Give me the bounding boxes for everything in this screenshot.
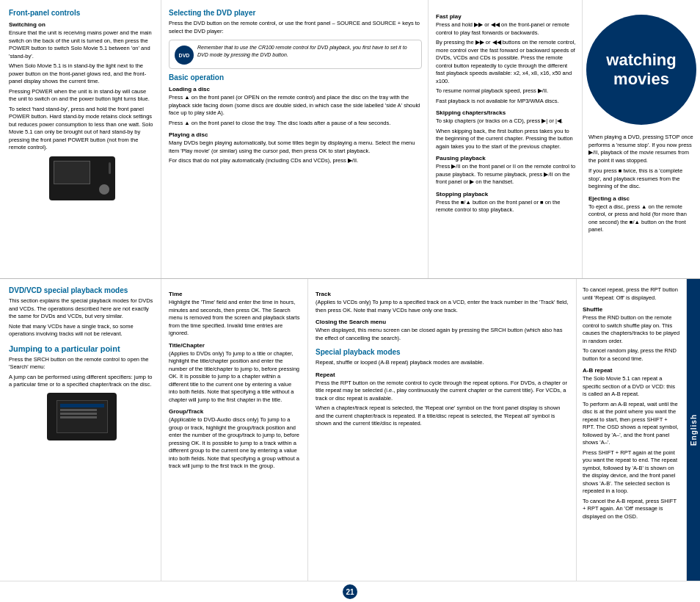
ab-repeat-body3: Press SHIFT + RPT again at the point you…: [583, 449, 680, 496]
shuffle-body1: Press the RND button on the remote contr…: [583, 314, 680, 345]
playing-disc-title: Playing a disc: [169, 131, 422, 138]
group-track-body: (Applicable to DVD-Audio discs only) To …: [169, 416, 302, 471]
special-modes-section: Track (Applies to VCDs only) To jump to …: [308, 279, 577, 581]
playing-disc-body1: Many DVDs begin playing automatically, b…: [169, 139, 422, 155]
dvd-vcd-title: DVD/VCD special playback modes: [9, 286, 155, 294]
loading-disc-body2: Press ▲ on the front panel to close the …: [169, 120, 422, 128]
ab-repeat-body2: To perform an A-B repeat, wait until the…: [583, 401, 680, 447]
ejecting-title: Ejecting a disc: [588, 195, 694, 202]
dvd-vcd-intro: This section explains the special playba…: [9, 297, 155, 321]
english-sidebar: English: [687, 279, 700, 581]
shuffle-body2: To cancel random play, press the RND but…: [583, 347, 680, 363]
track-body: (Applies to VCDs only) To jump to a spec…: [316, 299, 570, 314]
fast-play-body3: To resume normal playback speed, press ▶…: [436, 87, 576, 95]
title-chapter-title: Title/Chapter: [169, 342, 302, 349]
jumping-title: Jumping to a particular point: [9, 344, 155, 353]
top-section: Front-panel controls Switching on Ensure…: [0, 0, 700, 279]
skipping-body2: When skipping back, the first button pre…: [436, 128, 576, 151]
dvd-icon: DVD: [175, 46, 194, 65]
dvd-note-box: DVD Remember that to use the CR100 remot…: [169, 40, 422, 69]
stopping-title: Stopping playback: [436, 191, 576, 197]
selecting-dvd-title: Selecting the DVD player: [169, 9, 422, 17]
device-image: [49, 156, 115, 200]
dvd-vcd-section: DVD/VCD special playback modes This sect…: [0, 279, 161, 581]
repeat-body1: Press the RPT button on the remote contr…: [316, 380, 570, 403]
bottom-section: DVD/VCD special playback modes This sect…: [0, 279, 700, 581]
switching-on-title: Switching on: [9, 21, 155, 28]
resume-section: When playing a DVD, pressing STOP once p…: [588, 134, 694, 236]
stopping-body: Press the ■/▲ button on the front panel …: [436, 199, 576, 214]
jumping-body1: Press the SRCH button on the remote cont…: [9, 356, 155, 371]
ab-repeat-section: To cancel repeat, press the RPT button u…: [577, 279, 687, 581]
group-track-title: Group/Track: [169, 408, 302, 415]
skipping-title: Skipping chapters/tracks: [436, 109, 576, 116]
switching-on-body4: To select 'hard stand-by', press and hol…: [9, 106, 155, 152]
ab-repeat-title: A-B repeat: [583, 367, 680, 374]
ab-repeat-body4: To cancel the A-B repeat, press SHIFT + …: [583, 498, 680, 521]
repeat-body2: When a chapter/track repeat is selected,…: [316, 405, 570, 428]
search-menu-image: [47, 393, 117, 440]
jumping-body2: A jump can be performed using different …: [9, 374, 155, 389]
basic-operation-title: Basic operation: [169, 73, 422, 81]
page-number: 21: [343, 584, 357, 599]
loading-disc-title: Loading a disc: [169, 86, 422, 93]
playback-controls-section: Fast play Press and hold ▶▶ or ◀◀ on the…: [429, 0, 583, 278]
fast-play-title: Fast play: [436, 13, 576, 20]
page-number-bar: 21: [0, 581, 700, 602]
playing-disc-body2: For discs that do not play automatically…: [169, 157, 422, 165]
track-title: Track: [316, 291, 570, 297]
ejecting-body: To eject a disc, press ▲ on the remote c…: [588, 203, 694, 234]
time-body: Highlight the 'Time' field and enter the…: [169, 299, 302, 338]
front-panel-title: Front-panel controls: [9, 9, 155, 17]
pausing-body: Press ▶/II on the front panel or II on t…: [436, 163, 576, 186]
dvd-vcd-track-note: Note that many VCDs have a single track,…: [9, 323, 155, 338]
resume-body1: When playing a DVD, pressing STOP once p…: [588, 134, 694, 164]
fast-play-body4: Fast playback is not available for MP3/W…: [436, 98, 576, 106]
watching-movies-title-line1: watching: [606, 51, 676, 70]
ab-repeat-body1: The Solo Movie 5.1 can repeat a specific…: [583, 375, 680, 399]
special-modes-body: Repeat, shuffle or looped (A-B repeat) p…: [316, 359, 570, 367]
fast-play-body1: Press and hold ▶▶ or ◀◀ on the front-pan…: [436, 21, 576, 37]
watching-movies-title-line2: movies: [613, 70, 669, 89]
closing-body: When displayed, this menu screen can be …: [316, 327, 570, 342]
watching-movies-box: watching movies: [586, 15, 696, 125]
repeat-title: Repeat: [316, 371, 570, 378]
front-panel-controls: Front-panel controls Switching on Ensure…: [0, 0, 161, 278]
resume-body2: If you press ■ twice, this is a 'complet…: [588, 167, 694, 191]
skipping-body1: To skip chapters (or tracks on a CD), pr…: [436, 117, 576, 126]
shuffle-title: Shuffle: [583, 306, 680, 313]
switching-on-body3: Pressing POWER when the unit is in stand…: [9, 88, 155, 104]
dvd-note-text: Remember that to use the CR100 remote co…: [197, 44, 416, 59]
selecting-dvd-intro: Press the DVD button on the remote contr…: [169, 20, 422, 35]
fast-play-body2: By pressing the ▶▶ or ◀◀ buttons on the …: [436, 39, 576, 85]
page: Front-panel controls Switching on Ensure…: [0, 0, 700, 602]
pausing-title: Pausing playback: [436, 155, 576, 162]
selecting-dvd-section: Selecting the DVD player Press the DVD b…: [161, 0, 429, 278]
switching-on-body2: When Solo Movie 5.1 is in stand-by the l…: [9, 62, 155, 86]
title-chapter-body: (Applies to DVDs only) To jump to a titl…: [169, 350, 302, 405]
switching-on-body1: Ensure that the unit is receiving mains …: [9, 29, 155, 60]
english-label: English: [690, 414, 698, 446]
special-modes-title: Special playback modes: [316, 348, 570, 356]
loading-disc-body1: Press ▲ on the front panel (or OPEN on t…: [169, 94, 422, 117]
search-details-section: Time Highlight the 'Time' field and ente…: [161, 279, 308, 581]
time-title: Time: [169, 291, 302, 297]
top-far-right: watching movies When playing a DVD, pres…: [583, 0, 700, 278]
closing-title: Closing the Search menu: [316, 319, 570, 325]
cancel-repeat: To cancel repeat, press the RPT button u…: [583, 286, 680, 302]
